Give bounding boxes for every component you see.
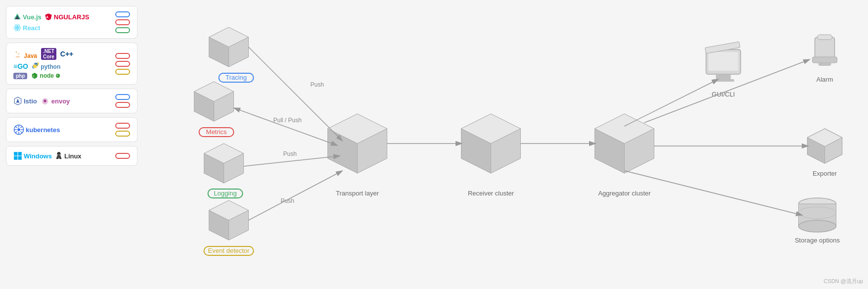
tracing-label: Tracing: [226, 74, 247, 81]
exporter-label: Exporter: [813, 170, 837, 177]
svg-line-82: [249, 47, 343, 141]
svg-text:A: A: [46, 15, 48, 19]
push3-label: Push: [281, 197, 294, 204]
kubernetes-logos: kubernetes: [13, 124, 111, 135]
watermark: CSDN @流月up: [823, 278, 863, 285]
metrics-node: [194, 82, 234, 121]
backend-logos: Java .NETCore C++ ≡GO python php js node…: [13, 48, 113, 79]
badge-red-2: [115, 61, 130, 67]
svg-line-91: [625, 171, 803, 215]
svg-line-24: [15, 131, 17, 133]
storage-options-node: [799, 198, 836, 232]
logging-node: [204, 144, 244, 183]
event-detector-label: Event detector: [208, 247, 250, 254]
kubernetes-card: kubernetes: [6, 117, 137, 142]
istio-logo: Istio: [13, 96, 37, 105]
svg-rect-26: [18, 152, 22, 155]
svg-point-10: [36, 66, 37, 67]
gui-cli-node: [705, 42, 740, 82]
tracing-node: [209, 27, 249, 67]
exporter-node: [808, 129, 842, 163]
svg-line-84: [244, 156, 340, 166]
service-mesh-logos: Istio envoy: [13, 96, 111, 105]
cpp-logo: C++: [60, 50, 73, 58]
svg-rect-66: [709, 52, 738, 71]
badge-red: [115, 19, 130, 25]
os-logos: Windows Linux: [13, 151, 111, 160]
svg-line-21: [15, 126, 17, 128]
kubernetes-logo: kubernetes: [13, 124, 60, 135]
badge-blue: [115, 11, 130, 17]
svg-rect-71: [818, 35, 832, 40]
os-badges: [115, 153, 130, 159]
svg-rect-28: [18, 156, 22, 160]
service-mesh-card: Istio envoy: [6, 89, 137, 113]
alarm-node: [813, 35, 837, 66]
logging-label: Logging: [214, 190, 236, 197]
envoy-logo: envoy: [40, 96, 70, 105]
python-logo: python: [32, 62, 60, 70]
svg-point-16: [17, 128, 20, 131]
angular-logo: A NGULARJS: [45, 13, 90, 21]
dotnet-logo: .NETCore: [41, 48, 56, 60]
diagram-area: Tracing Metrics Logging: [143, 0, 868, 289]
svg-line-23: [20, 126, 22, 128]
os-card: Windows Linux: [6, 146, 137, 166]
svg-point-9: [34, 64, 35, 65]
event-detector-node: [209, 200, 249, 240]
aggregator-cluster-label: Aggregator cluster: [598, 190, 651, 197]
svg-line-88: [625, 79, 719, 126]
alarm-label: Alarm: [817, 76, 833, 83]
service-mesh-badges: [115, 94, 130, 108]
php-logo: php: [13, 73, 27, 79]
badge-yellow-k8s: [115, 131, 130, 137]
svg-point-4: [16, 27, 18, 29]
transport-layer-node: [328, 114, 387, 173]
transport-layer-label: Transport layer: [336, 190, 379, 197]
backend-card: Java .NETCore C++ ≡GO python php js node…: [6, 43, 137, 85]
backend-row3: php js node ®: [13, 72, 60, 79]
badge-red-sm: [115, 102, 130, 108]
linux-logo: Linux: [55, 151, 82, 160]
svg-point-30: [59, 154, 60, 155]
frontend-badges: [115, 11, 130, 33]
react-logo: React: [13, 24, 40, 32]
gui-cli-label: GUI/CLI: [712, 91, 735, 98]
backend-row2: ≡GO python: [13, 62, 60, 70]
vuejs-logo: Vue.js: [13, 13, 42, 21]
pull-push-label: Pull / Push: [274, 117, 302, 124]
sidebar: Vue.js A NGULARJS React Java: [0, 0, 143, 289]
backend-row1: Java .NETCore C++: [13, 48, 73, 60]
go-logo: ≡GO: [13, 62, 28, 70]
nodejs-logo: js node ®: [31, 72, 60, 79]
svg-rect-73: [819, 62, 831, 66]
badge-red-os: [115, 153, 130, 159]
receiver-cluster-node: [461, 114, 521, 173]
badge-blue-sm: [115, 94, 130, 100]
metrics-label: Metrics: [206, 128, 227, 136]
windows-logo: Windows: [13, 151, 52, 160]
receiver-cluster-label: Receiver cluster: [468, 190, 514, 197]
frontend-logos: Vue.js A NGULARJS React: [13, 13, 111, 32]
architecture-diagram: Tracing Metrics Logging: [143, 0, 868, 289]
svg-rect-67: [716, 74, 731, 79]
badge-yellow: [115, 69, 130, 75]
svg-text:js: js: [33, 75, 35, 77]
backend-badges: [115, 53, 130, 75]
badge-red-1: [115, 53, 130, 59]
svg-point-29: [57, 154, 58, 155]
svg-line-22: [20, 131, 22, 133]
kubernetes-badges: [115, 123, 130, 137]
svg-point-8: [16, 56, 20, 57]
svg-line-85: [249, 171, 343, 220]
badge-red-k8s: [115, 123, 130, 129]
badge-green: [115, 27, 130, 33]
storage-options-label: Storage options: [795, 237, 840, 244]
svg-line-83: [234, 108, 338, 145]
frontend-card: Vue.js A NGULARJS React: [6, 6, 137, 39]
svg-point-80: [799, 220, 836, 232]
svg-rect-25: [14, 152, 17, 155]
java-logo: Java: [13, 49, 37, 59]
svg-rect-27: [14, 156, 17, 160]
push1-label: Push: [311, 81, 324, 88]
